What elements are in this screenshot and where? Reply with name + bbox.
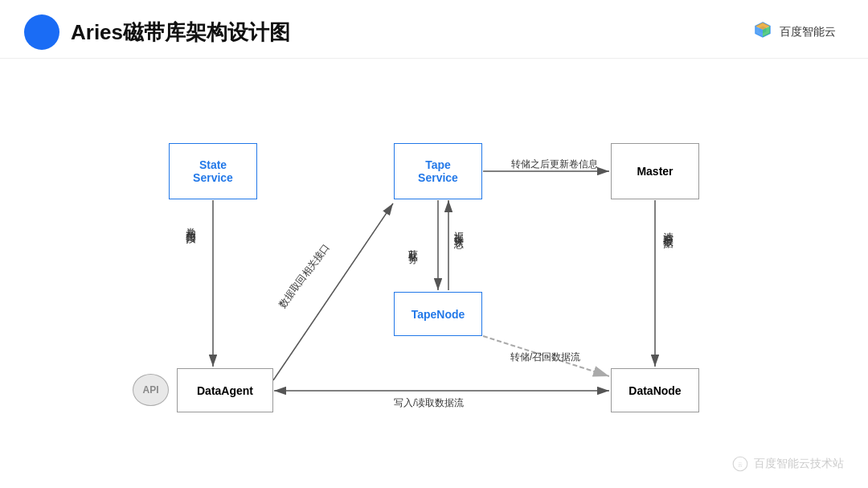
page-title: Aries磁带库架构设计图	[71, 18, 290, 47]
master-label: Master	[637, 165, 673, 178]
baidu-logo-text: 百度智能云	[780, 25, 836, 39]
api-box: API	[133, 374, 169, 406]
state-agent-label: 卷相关接口	[183, 219, 198, 228]
watermark: 云 百度智能云技术站	[731, 455, 844, 473]
state-service-box: State Service	[169, 143, 257, 199]
svg-text:云: 云	[738, 462, 743, 467]
api-label: API	[142, 384, 158, 396]
get-task-label: 获取任务	[406, 240, 420, 251]
tape-service-box: Tape Service	[394, 143, 482, 199]
agent-datanode-label: 写入/读取数据流	[394, 396, 464, 410]
architecture-diagram: State Service Tape Service Master TapeNo…	[0, 63, 868, 481]
master-datanode-label: 清空卷数据	[661, 223, 675, 232]
tapenode-datanode-label: 转储/召回数据流	[510, 351, 580, 364]
arrows-svg	[0, 63, 868, 481]
tape-node-label: TapeNode	[411, 308, 465, 321]
data-agent-label: DataAgent	[197, 384, 253, 397]
agent-tape-label: 数据取回相关接口	[276, 241, 333, 311]
baidu-logo-icon	[751, 20, 775, 44]
header-left: Aries磁带库架构设计图	[24, 14, 290, 50]
data-node-box: DataNode	[611, 368, 699, 412]
state-service-label: State Service	[193, 158, 233, 184]
tape-service-label: Tape Service	[418, 158, 458, 184]
tape-master-label: 转储之后更新卷信息	[511, 158, 598, 171]
report-task-label: 汇报任务状态	[452, 223, 465, 236]
logo-circle	[24, 14, 59, 50]
watermark-icon: 云	[731, 455, 749, 473]
watermark-text: 百度智能云技术站	[754, 457, 844, 471]
header: Aries磁带库架构设计图 百度智能云	[0, 0, 868, 59]
data-node-label: DataNode	[628, 384, 681, 397]
baidu-logo: 百度智能云	[751, 20, 836, 44]
data-agent-box: DataAgent	[177, 368, 273, 412]
master-box: Master	[611, 143, 699, 199]
tape-node-box: TapeNode	[394, 292, 482, 336]
